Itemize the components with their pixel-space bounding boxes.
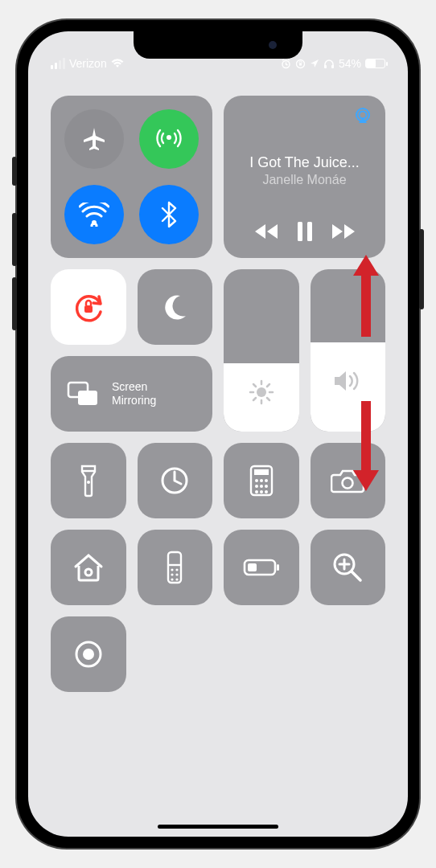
volume-slider[interactable] (311, 269, 386, 432)
svg-point-29 (85, 569, 92, 575)
wifi-icon (111, 59, 124, 68)
carrier-label: Verizon (69, 57, 107, 70)
calculator-button[interactable] (224, 443, 299, 518)
svg-point-5 (167, 135, 171, 140)
svg-point-31 (171, 568, 174, 571)
wifi-toggle[interactable] (64, 185, 124, 244)
svg-point-21 (265, 479, 268, 482)
moon-icon (160, 293, 189, 321)
remote-icon (167, 551, 183, 584)
airplane-mode-toggle[interactable] (64, 109, 124, 169)
svg-point-32 (176, 568, 179, 571)
bluetooth-toggle[interactable] (139, 185, 199, 244)
svg-point-24 (265, 485, 268, 488)
calculator-icon (249, 465, 274, 497)
svg-point-28 (343, 478, 353, 489)
location-icon (310, 59, 319, 68)
phone-frame: Verizon 54% (17, 20, 419, 848)
svg-rect-38 (277, 564, 279, 571)
svg-point-34 (176, 573, 179, 575)
headphones-icon (323, 59, 335, 69)
now-playing-tile[interactable]: I Got The Juice... Janelle Monáe (224, 96, 385, 258)
svg-point-42 (83, 649, 94, 660)
battery-icon (243, 558, 280, 577)
orientation-lock-button[interactable] (51, 269, 126, 345)
magnifier-icon (331, 551, 364, 583)
flashlight-button[interactable] (51, 443, 126, 518)
orientation-lock-status-icon (295, 59, 306, 69)
svg-point-27 (265, 490, 268, 493)
home-button[interactable] (51, 530, 126, 605)
side-button[interactable] (419, 229, 424, 309)
svg-point-25 (255, 490, 258, 493)
bluetooth-icon (161, 201, 177, 228)
screen: Verizon 54% (28, 31, 408, 837)
screen-mirroring-button[interactable]: Screen Mirroring (51, 356, 212, 432)
screen-record-button[interactable] (51, 616, 126, 692)
svg-rect-18 (254, 469, 269, 475)
brightness-icon (248, 379, 275, 406)
timer-button[interactable] (138, 443, 213, 518)
flashlight-icon (80, 464, 97, 497)
next-track-button[interactable] (331, 223, 356, 240)
home-icon (72, 552, 105, 583)
mute-switch[interactable] (12, 157, 17, 186)
brightness-slider[interactable] (224, 269, 299, 432)
svg-point-19 (255, 479, 258, 482)
svg-point-6 (92, 220, 97, 225)
svg-rect-10 (307, 222, 312, 241)
timer-icon (158, 465, 191, 497)
connectivity-group[interactable] (51, 96, 212, 258)
svg-rect-2 (299, 63, 302, 65)
screen-mirroring-label: Screen Mirroring (112, 380, 156, 407)
annotation-arrow-up (361, 272, 371, 337)
svg-rect-30 (168, 552, 181, 583)
orientation-lock-icon (70, 289, 107, 326)
cellular-antenna-icon (154, 124, 184, 154)
do-not-disturb-button[interactable] (138, 269, 213, 345)
cellular-signal-icon (51, 58, 65, 69)
airplay-icon[interactable] (353, 107, 372, 125)
control-center: I Got The Juice... Janelle Monáe (51, 96, 385, 788)
svg-point-15 (87, 481, 90, 484)
wifi-icon (79, 203, 109, 227)
volume-down-button[interactable] (12, 277, 17, 330)
battery-percent: 54% (339, 57, 361, 70)
volume-icon (332, 369, 363, 393)
svg-point-22 (255, 485, 258, 488)
track-artist: Janelle Monáe (237, 173, 372, 187)
svg-point-33 (171, 573, 174, 575)
svg-point-35 (171, 578, 174, 580)
home-indicator[interactable] (158, 825, 278, 829)
screen-mirroring-icon (67, 381, 99, 407)
front-camera (269, 41, 277, 49)
svg-rect-3 (324, 65, 327, 68)
volume-up-button[interactable] (12, 213, 17, 266)
svg-rect-14 (78, 391, 97, 405)
pause-button[interactable] (296, 221, 314, 242)
annotation-arrow-down (361, 401, 371, 473)
track-title: I Got The Juice... (237, 154, 372, 171)
svg-rect-11 (84, 305, 93, 313)
svg-rect-4 (331, 65, 334, 68)
cellular-data-toggle[interactable] (139, 109, 199, 169)
magnifier-button[interactable] (311, 530, 386, 605)
previous-track-button[interactable] (253, 223, 279, 240)
battery-icon (365, 59, 385, 68)
svg-point-36 (176, 578, 179, 580)
svg-point-12 (257, 387, 266, 397)
svg-point-26 (260, 490, 263, 493)
alarm-icon (281, 59, 291, 69)
svg-rect-9 (298, 222, 302, 241)
svg-point-20 (260, 479, 263, 482)
record-icon (72, 638, 105, 670)
svg-rect-39 (248, 563, 257, 571)
airplane-icon (80, 125, 108, 153)
svg-point-23 (260, 485, 263, 488)
notch (134, 31, 302, 59)
apple-tv-remote-button[interactable] (138, 530, 213, 605)
low-power-mode-button[interactable] (224, 530, 299, 605)
